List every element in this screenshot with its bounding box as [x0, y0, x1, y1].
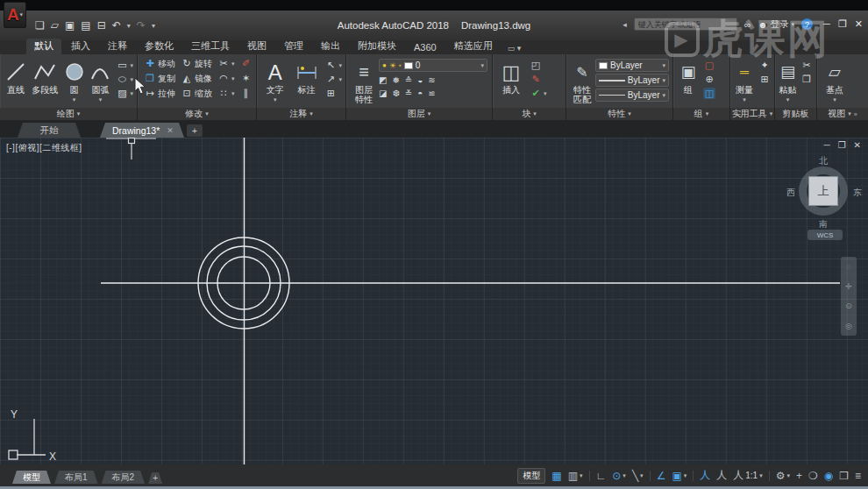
panel-label-view[interactable]: 视图▾»	[817, 108, 868, 120]
panel-label-utilities[interactable]: 实用工具▾	[730, 108, 775, 120]
group-selection-toggle[interactable]: ◫	[703, 88, 715, 99]
tab-view[interactable]: 视图	[239, 39, 274, 54]
file-tab-start[interactable]: 开始	[18, 123, 81, 138]
tab-featured-apps[interactable]: 精选应用	[446, 39, 501, 54]
file-tab-drawing13[interactable]: Drawing13* ✕	[100, 123, 184, 138]
line-button[interactable]: 直线	[3, 57, 29, 95]
erase-button[interactable]: ✐	[240, 58, 253, 69]
save-icon[interactable]: ▣	[65, 19, 75, 32]
lineweight-select[interactable]: ByLayer ▾	[595, 74, 669, 87]
arc-button[interactable]: 圆弧 ▾	[88, 57, 114, 104]
fillet-button[interactable]: ◠▾	[217, 73, 235, 84]
grid-display-toggle[interactable]: ▦	[551, 470, 561, 482]
dimension-button[interactable]: 标注	[291, 57, 323, 95]
object-snap-toggle[interactable]: ▣▾	[672, 470, 687, 482]
insert-block-button[interactable]: ◫ 插入	[495, 57, 527, 95]
layer-match-icon[interactable]: ≌	[428, 89, 435, 98]
sign-in-button[interactable]: ☻ 登录 ▾	[758, 18, 795, 31]
isolate-objects-button[interactable]: ❍	[808, 470, 818, 482]
object-snap-tracking-toggle[interactable]: ∠	[657, 470, 666, 482]
leader-button[interactable]: ↖▾	[324, 60, 342, 71]
nav-orbit-icon[interactable]: ◎	[845, 322, 852, 330]
layout-tab-layout2[interactable]: 布局2	[102, 471, 146, 484]
offset-button[interactable]: ∥	[240, 88, 253, 99]
tab-addins[interactable]: 附加模块	[350, 39, 404, 54]
undo-dropdown-icon[interactable]: ▾	[127, 22, 131, 30]
doc-close-button[interactable]: ✕	[854, 140, 861, 150]
hatch-button[interactable]: ▨▾	[116, 88, 133, 99]
close-button[interactable]: ✕	[855, 18, 863, 30]
circle-button[interactable]: 圆 ▾	[61, 57, 88, 104]
create-block-button[interactable]: ◰	[530, 60, 547, 71]
chevron-down-icon[interactable]: ▾	[786, 95, 790, 104]
panel-label-block[interactable]: 块▾	[493, 108, 566, 120]
layout-tab-layout1[interactable]: 布局1	[54, 471, 98, 484]
close-tab-icon[interactable]: ✕	[167, 126, 174, 135]
layer-unlock-icon[interactable]: ≚	[405, 89, 412, 98]
tab-output[interactable]: 输出	[313, 39, 348, 54]
ungroup-button[interactable]: ▢	[703, 60, 715, 71]
layer-merge-icon[interactable]: ≋	[428, 75, 435, 85]
search-input[interactable]	[634, 18, 737, 31]
layer-properties-button[interactable]: ≡ 图层 特性	[349, 57, 379, 104]
copy-clip-button[interactable]: ❐	[800, 74, 813, 85]
undo-icon[interactable]: ↶	[112, 19, 121, 32]
viewcube-west[interactable]: 西	[786, 187, 795, 199]
new-drawing-tab-button[interactable]: +	[187, 124, 203, 137]
viewcube-east[interactable]: 东	[853, 187, 862, 199]
new-layout-button[interactable]: +	[148, 472, 162, 484]
doc-minimize-button[interactable]: ─	[824, 140, 830, 150]
group-button[interactable]: ▣ 组	[676, 57, 701, 95]
tab-manage[interactable]: 管理	[276, 39, 311, 54]
redo-icon[interactable]: ↷	[137, 19, 146, 32]
ribbon-display-options-icon[interactable]: ▭ ▾	[508, 44, 522, 54]
tab-insert[interactable]: 插入	[63, 39, 98, 54]
panel-label-groups[interactable]: 组▾	[673, 108, 730, 120]
base-view-button[interactable]: ▱ 基点 ▾	[820, 57, 850, 104]
tab-parametric[interactable]: 参数化	[137, 39, 181, 54]
panel-label-modify[interactable]: 修改▾	[138, 108, 257, 120]
copy-button[interactable]: ❐复制	[144, 73, 175, 84]
search-binoculars-icon[interactable]: ∞	[744, 19, 751, 30]
navigation-bar[interactable]: ◌ ✛ ⊙ ◎	[841, 257, 857, 336]
tab-a360[interactable]: A360	[406, 41, 445, 54]
workspace-switching-button[interactable]: ⚙▾	[776, 470, 790, 482]
mirror-button[interactable]: ◭镜像	[181, 73, 212, 84]
application-menu-button[interactable]: A ▾	[4, 2, 26, 28]
clean-screen-button[interactable]: ❒	[839, 470, 849, 482]
layer-unisolate-icon[interactable]: ◪	[379, 89, 387, 98]
save-as-icon[interactable]: ▤	[81, 19, 90, 32]
viewcube-top-face[interactable]: 上	[808, 176, 838, 206]
chevron-down-icon[interactable]: ▾	[99, 95, 103, 104]
quick-calc-button[interactable]: ⊞	[758, 74, 771, 85]
chevron-down-icon[interactable]: ▾	[833, 95, 836, 104]
panel-label-clipboard[interactable]: 剪贴板	[775, 108, 817, 120]
array-button[interactable]: ∷▾	[217, 88, 235, 99]
rotate-button[interactable]: ↻旋转	[181, 58, 212, 69]
layer-lock-tool-icon[interactable]: ≙	[405, 75, 412, 85]
ellipse-button[interactable]: ⬭▾	[116, 74, 133, 85]
chevron-down-icon[interactable]: ▾	[73, 95, 76, 104]
polyline-button[interactable]: 多段线	[29, 57, 61, 95]
paste-button[interactable]: ▤ 粘贴 ▾	[778, 57, 798, 104]
annotation-scale-select[interactable]: 人 1:1▾	[733, 468, 762, 483]
cut-button[interactable]: ✂	[800, 60, 813, 71]
panel-label-annotation[interactable]: 注释▾	[257, 108, 346, 120]
customization-button[interactable]: ≡	[855, 470, 861, 482]
viewcube-north[interactable]: 北	[819, 155, 828, 167]
plot-icon[interactable]: ⊟	[97, 19, 106, 32]
edit-block-button[interactable]: ✎	[530, 74, 547, 85]
panel-label-properties[interactable]: 特性▾	[566, 108, 673, 120]
minimize-button[interactable]: ─	[823, 18, 830, 30]
snap-mode-toggle[interactable]: ▥▾	[568, 470, 583, 482]
block-attributes-button[interactable]: ✔▾	[530, 88, 547, 99]
doc-restore-button[interactable]: ❐	[838, 140, 846, 150]
graphics-performance-toggle[interactable]: ◉	[824, 470, 833, 482]
isometric-drafting-toggle[interactable]: ╲▾	[632, 470, 644, 482]
measure-button[interactable]: ═ 测量 ▾	[733, 57, 756, 104]
layer-thaw-icon[interactable]: ❆	[392, 89, 399, 98]
nav-wheel-icon[interactable]: ◌	[846, 262, 850, 271]
nav-pan-icon[interactable]: ✛	[845, 282, 852, 291]
group-edit-button[interactable]: ⊕	[703, 74, 715, 85]
layer-on-tool-icon[interactable]: ◓	[417, 89, 423, 98]
